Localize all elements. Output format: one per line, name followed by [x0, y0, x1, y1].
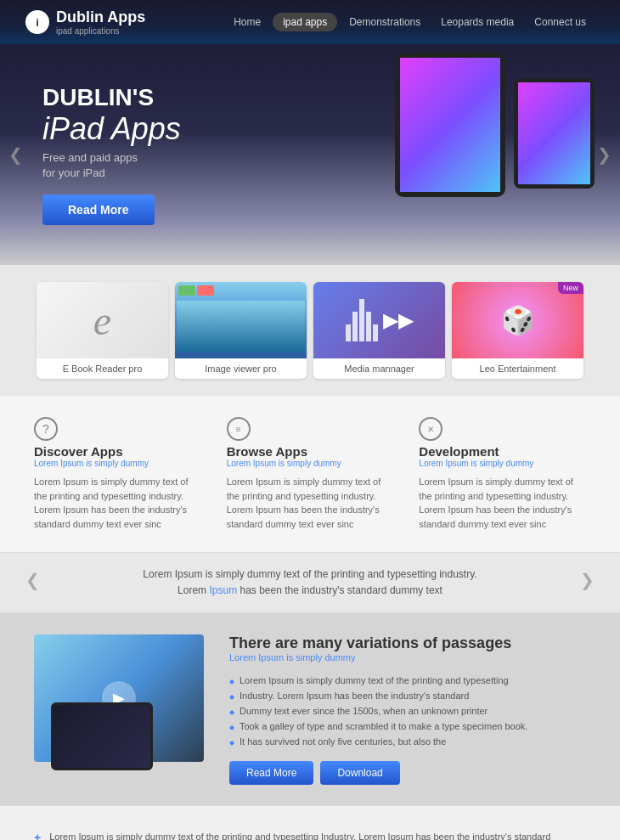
nav-connect-us[interactable]: Connect us: [526, 13, 595, 31]
hero-title-ipad: iPad Apps: [42, 111, 595, 147]
logo-text: Dublin Apps ipad applications: [56, 8, 145, 36]
feature-discover: ? Discover Apps Lorem Ipsum is simply du…: [34, 417, 201, 531]
video-right: There are many variations of passages Lo…: [229, 634, 586, 785]
video-section: ▶ There are many variations of passages …: [0, 613, 620, 806]
apps-section: e E Book Reader pro Image viewer pro: [0, 265, 620, 396]
discover-title: Discover Apps: [34, 444, 201, 459]
quote-left: ❮: [25, 567, 40, 594]
app-thumb-ebook: e: [37, 282, 168, 358]
list-item: ◆ Lorem Ipsum is simply dummy text of th…: [229, 673, 586, 688]
hero-content: DUBLIN'S iPad Apps Free and paid apps fo…: [0, 59, 620, 251]
hero-desc: Free and paid apps for your iPad: [42, 150, 595, 181]
video-title: There are many variations of passages: [229, 634, 586, 652]
discover-sub: Lorem Ipsum is simply dummy: [34, 459, 201, 468]
app-card-leo[interactable]: 🎲 New Leo Entertainment: [452, 282, 583, 379]
header: i Dublin Apps ipad applications Home ipa…: [0, 0, 620, 44]
app-thumb-viewer: [175, 282, 307, 358]
list-item: ◆ Dummy text ever since the 1500s, when …: [229, 703, 586, 719]
main-nav: Home ipad apps Demonstrations Leopards m…: [225, 13, 595, 31]
browse-title: Browse Apps: [227, 444, 394, 459]
browse-sub: Lorem Ipsum is simply dummy: [227, 459, 394, 468]
video-left: ▶: [34, 634, 204, 762]
dev-title: Development: [419, 444, 586, 459]
hero-read-more-button[interactable]: Read More: [42, 194, 155, 225]
video-actions: Read More Download: [229, 761, 586, 785]
logo-area: i Dublin Apps ipad applications: [25, 8, 145, 36]
hero-next-arrow[interactable]: ❯: [597, 144, 612, 165]
dev-sub: Lorem Ipsum is simply dummy: [419, 459, 586, 468]
video-sub: Lorem Ipsum is simply dummy: [229, 652, 586, 662]
dev-icon: ✕: [419, 417, 442, 441]
app-label-leo: Leo Entertainment: [452, 358, 583, 379]
nav-demonstrations[interactable]: Demonstrations: [341, 13, 429, 31]
video-list: ◆ Lorem Ipsum is simply dummy text of th…: [229, 673, 586, 749]
video-read-more-button[interactable]: Read More: [229, 761, 313, 785]
feature-development: ✕ Development Lorem Ipsum is simply dumm…: [419, 417, 586, 531]
browse-icon: ≡: [227, 417, 251, 441]
app-label-viewer: Image viewer pro: [175, 358, 307, 379]
list-item: ◆ Industry. Lorem Ipsum has been the ind…: [229, 688, 586, 703]
testimonial-section: ❮ Lorem Ipsum is simply dummy text of th…: [0, 552, 620, 613]
video-device-overlay: [51, 702, 153, 770]
app-card-ebook[interactable]: e E Book Reader pro: [37, 282, 168, 379]
nav-leopards-media[interactable]: Leopards media: [432, 13, 522, 31]
accordion-section: + Lorem Ipsum is simply dummy text of th…: [0, 806, 620, 840]
browse-text: Lorem Ipsum is simply dummy text of the …: [227, 475, 394, 531]
hero-section: ❮ DUBLIN'S iPad Apps Free and paid apps …: [0, 44, 620, 265]
app-label-media: Media mannager: [313, 358, 445, 379]
discover-text: Lorem Ipsum is simply dummy text of the …: [34, 475, 201, 531]
site-title: Dublin Apps: [56, 8, 145, 26]
nav-ipad-apps[interactable]: ipad apps: [273, 13, 337, 31]
quote-right: ❯: [580, 567, 595, 594]
testimonial-text2: Lorem Ipsum has been the industry's stan…: [178, 584, 442, 596]
hero-title-main: DUBLIN'S: [42, 84, 595, 111]
hero-prev-arrow[interactable]: ❮: [8, 144, 23, 165]
nav-home[interactable]: Home: [225, 13, 269, 31]
testimonial-text1: Lorem Ipsum is simply dummy text of the …: [143, 568, 476, 580]
accordion-item-0[interactable]: + Lorem Ipsum is simply dummy text of th…: [34, 823, 586, 840]
site-sub: ipad applications: [56, 26, 145, 36]
discover-icon: ?: [34, 417, 58, 441]
dev-text: Lorem Ipsum is simply dummy text of the …: [419, 475, 586, 531]
app-thumb-media: ▶▶: [313, 282, 445, 358]
accordion-text-0: Lorem Ipsum is simply dummy text of the …: [49, 830, 550, 840]
app-label-ebook: E Book Reader pro: [37, 358, 168, 379]
list-item: ◆ Took a galley of type and scrambled it…: [229, 719, 586, 734]
accordion-plus-0: +: [34, 831, 41, 840]
new-badge: New: [558, 282, 583, 294]
list-item: ◆ It has survived not only five centurie…: [229, 734, 586, 749]
app-card-viewer[interactable]: Image viewer pro: [175, 282, 307, 379]
logo-icon: i: [25, 10, 49, 34]
download-button[interactable]: Download: [320, 761, 399, 785]
app-card-media[interactable]: ▶▶ Media mannager: [313, 282, 445, 379]
feature-browse: ≡ Browse Apps Lorem Ipsum is simply dumm…: [227, 417, 394, 531]
features-section: ? Discover Apps Lorem Ipsum is simply du…: [0, 396, 620, 552]
